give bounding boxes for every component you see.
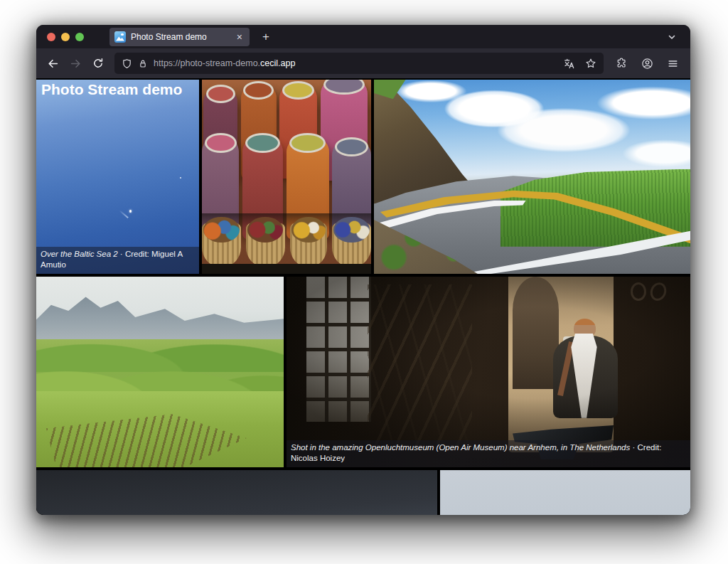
photo-row-2: Shot in the amazing Openluchtmuseum (Ope… (36, 277, 690, 467)
reload-button[interactable] (87, 53, 109, 74)
account-profile-icon (641, 58, 653, 70)
traffic-lights (36, 33, 92, 41)
url-text[interactable]: https://photo-stream-demo.cecil.app (154, 58, 557, 68)
url-domain: cecil.app (260, 58, 295, 68)
basket (290, 223, 327, 267)
toolbar-right-actions (609, 53, 685, 74)
photo-spice-market[interactable] (202, 80, 371, 274)
spice-top (205, 133, 237, 153)
navigation-toolbar: https://photo-stream-demo.cecil.app (36, 48, 690, 78)
shelf-edge (202, 264, 371, 274)
reload-icon (92, 58, 104, 69)
spice-top (289, 133, 326, 153)
new-tab-button[interactable]: + (257, 28, 275, 46)
tab-bar: Photo Stream demo × + (36, 25, 690, 48)
photo-blacksmith[interactable]: Shot in the amazing Openluchtmuseum (Ope… (287, 277, 690, 467)
photo-row-3 (36, 470, 690, 515)
spice-top (243, 81, 274, 100)
forward-button[interactable] (65, 53, 86, 74)
urlbar-actions (563, 58, 596, 70)
menu-button[interactable] (662, 53, 683, 74)
puzzle-piece-icon (616, 58, 627, 69)
photo-pale-sky[interactable] (440, 470, 690, 515)
basket (332, 223, 371, 267)
tab-close-icon[interactable]: × (235, 31, 245, 43)
back-button[interactable] (42, 53, 63, 74)
caption-separator: · (630, 443, 637, 452)
tab-title: Photo Stream demo (131, 32, 230, 42)
spice-top (282, 81, 314, 100)
address-bar[interactable]: https://photo-stream-demo.cecil.app (114, 53, 604, 74)
spice-top (206, 85, 235, 103)
spice-top (323, 80, 364, 95)
photo-storm-clouds[interactable] (36, 470, 437, 515)
caption-title: Over the Baltic Sea 2 (41, 250, 118, 258)
back-arrow-icon (47, 58, 59, 70)
basket-wares (247, 217, 283, 242)
basket-wares (291, 217, 326, 242)
photo-stream-page: Photo Stream demo Over the Baltic Sea 2 … (36, 78, 690, 515)
list-all-tabs-button[interactable] (666, 31, 678, 43)
basket-wares (333, 217, 369, 242)
tab-photo-stream-demo[interactable]: Photo Stream demo × (109, 28, 250, 46)
basket-wares (203, 217, 239, 242)
photo-caption: Over the Baltic Sea 2 · Credit: Miguel A… (36, 247, 199, 274)
browser-window: Photo Stream demo × + https://photo-stre… (36, 25, 690, 515)
window-close-button[interactable] (47, 33, 55, 41)
hamburger-menu-icon (667, 58, 679, 70)
caption-separator: · (118, 250, 125, 258)
distant-boat-speck (180, 177, 181, 179)
favicon-mountain-shape (116, 36, 124, 41)
url-scheme-host: https://photo-stream-demo. (154, 58, 260, 68)
boat-wake (119, 210, 129, 218)
page-title: Photo Stream demo (41, 81, 182, 98)
chevron-down-icon (666, 31, 678, 43)
basket (202, 223, 241, 267)
favicon-sun-dot (121, 33, 124, 36)
photo-green-hills[interactable] (36, 277, 284, 467)
photo-coastal-road[interactable] (374, 80, 690, 274)
forward-arrow-icon (70, 58, 82, 70)
basket (246, 223, 285, 267)
window-minimize-button[interactable] (61, 33, 70, 41)
tab-favicon-image-icon (114, 31, 126, 43)
photo-baltic-sea[interactable]: Photo Stream demo Over the Baltic Sea 2 … (36, 80, 199, 274)
spice-top (335, 137, 368, 156)
photo-caption: Shot in the amazing Openluchtmuseum (Ope… (287, 440, 690, 467)
boat-speck (129, 210, 132, 213)
photo-row-1: Photo Stream demo Over the Baltic Sea 2 … (36, 80, 690, 274)
vignette-overlay (287, 277, 690, 467)
window-zoom-button[interactable] (75, 33, 84, 41)
connection-lock-icon[interactable] (138, 58, 148, 69)
caption-title: Shot in the amazing Openluchtmuseum (Ope… (291, 443, 630, 452)
tracking-protection-shield-icon[interactable] (122, 58, 132, 69)
extensions-button[interactable] (611, 53, 632, 74)
account-button[interactable] (636, 53, 658, 74)
bookmark-star-icon[interactable] (585, 58, 596, 69)
translate-icon[interactable] (563, 58, 575, 70)
spice-top (245, 133, 280, 153)
